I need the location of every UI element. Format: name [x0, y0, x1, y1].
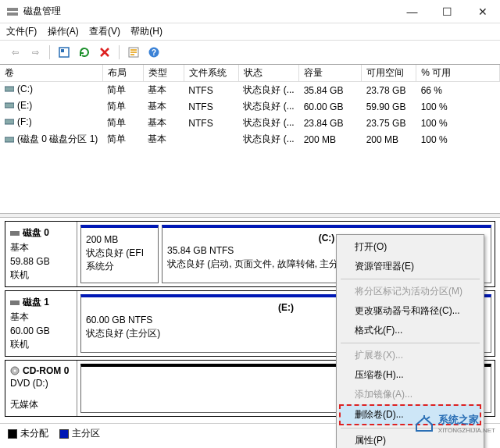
- minimize-button[interactable]: —: [395, 0, 430, 23]
- menu-view[interactable]: 查看(V): [89, 26, 120, 37]
- col-layout[interactable]: 布局: [102, 65, 143, 82]
- svg-rect-8: [5, 103, 14, 108]
- menu-open[interactable]: 打开(O): [339, 237, 481, 257]
- svg-point-14: [14, 370, 16, 372]
- menu-help[interactable]: 帮助(H): [130, 26, 162, 37]
- svg-rect-9: [5, 119, 14, 124]
- toolbar-icon-1[interactable]: [55, 44, 73, 61]
- svg-rect-12: [10, 300, 20, 305]
- menu-mirror: 添加镜像(A)...: [339, 385, 481, 404]
- maximize-button[interactable]: ☐: [430, 0, 465, 23]
- svg-rect-11: [10, 231, 20, 236]
- titlebar: 磁盘管理 — ☐ ✕: [0, 0, 500, 23]
- svg-rect-3: [61, 49, 64, 52]
- toolbar: ⇦ ⇨ ?: [0, 41, 500, 65]
- table-row[interactable]: (磁盘 0 磁盘分区 1)简单基本状态良好 (...200 MB200 MB10…: [0, 131, 500, 148]
- legend-unalloc: 未分配: [20, 428, 48, 439]
- menu-file[interactable]: 文件(F): [6, 26, 37, 37]
- disk-0-state: 联机: [10, 268, 72, 282]
- svg-rect-0: [7, 8, 18, 11]
- menu-explorer[interactable]: 资源管理器(E): [339, 257, 481, 276]
- menu-extend: 扩展卷(X)...: [339, 346, 481, 365]
- menu-format[interactable]: 格式化(F)...: [339, 321, 481, 340]
- col-free[interactable]: 可用空间: [362, 65, 416, 82]
- cdrom-state: 无媒体: [10, 398, 72, 411]
- svg-rect-7: [5, 87, 14, 91]
- properties-button[interactable]: [125, 44, 142, 61]
- svg-rect-10: [5, 137, 14, 142]
- close-button[interactable]: ✕: [465, 0, 500, 23]
- svg-rect-1: [7, 12, 18, 16]
- menubar: 文件(F) 操作(A) 查看(V) 帮助(H): [0, 23, 500, 41]
- app-icon: [6, 5, 19, 18]
- disk-1-type: 基本: [10, 311, 72, 324]
- delete-button[interactable]: [96, 44, 113, 61]
- back-button[interactable]: ⇦: [6, 44, 23, 61]
- menu-change-letter[interactable]: 更改驱动器号和路径(C)...: [339, 301, 481, 321]
- disk-0-type: 基本: [10, 241, 72, 254]
- forward-button[interactable]: ⇨: [27, 44, 44, 61]
- col-fs[interactable]: 文件系统: [184, 65, 238, 82]
- disk-1-label: 磁盘 1: [23, 296, 49, 309]
- col-status[interactable]: 状态: [238, 65, 298, 82]
- col-type[interactable]: 类型: [143, 65, 184, 82]
- col-capacity[interactable]: 容量: [299, 65, 362, 82]
- menu-action[interactable]: 操作(A): [48, 26, 79, 37]
- help-icon[interactable]: ?: [145, 44, 162, 61]
- legend-primary: 主分区: [72, 428, 100, 439]
- disk-0-label: 磁盘 0: [23, 226, 49, 240]
- table-row[interactable]: (C:)简单基本NTFS状态良好 (...35.84 GB23.78 GB66 …: [0, 82, 500, 99]
- refresh-button[interactable]: [76, 44, 93, 61]
- col-percent[interactable]: % 可用: [416, 65, 500, 82]
- legend-swatch-unalloc: [8, 429, 17, 439]
- menu-active: 将分区标记为活动分区(M): [339, 282, 481, 301]
- volume-list[interactable]: 卷 布局 类型 文件系统 状态 容量 可用空间 % 可用 (C:)简单基本NTF…: [0, 65, 500, 213]
- disk-1-state: 联机: [10, 338, 72, 351]
- col-volume[interactable]: 卷: [0, 65, 102, 82]
- svg-text:?: ?: [152, 48, 156, 57]
- table-row[interactable]: (E:)简单基本NTFS状态良好 (...60.00 GB59.90 GB100…: [0, 98, 500, 115]
- disk-0-size: 59.88 GB: [10, 256, 72, 267]
- window-title: 磁盘管理: [23, 5, 61, 18]
- legend-swatch-primary: [59, 429, 69, 439]
- watermark: 系统之家 XITONGZHIJIA.NET: [413, 413, 495, 434]
- disk-1-size: 60.00 GB: [10, 325, 72, 336]
- cdrom-label: CD-ROM 0: [23, 365, 69, 376]
- menu-shrink[interactable]: 压缩卷(H)...: [339, 365, 481, 385]
- cdrom-sub: DVD (D:): [10, 378, 72, 389]
- disk-0-partition-1[interactable]: 200 MB 状态良好 (EFI 系统分: [80, 225, 159, 283]
- table-row[interactable]: (F:)简单基本NTFS状态良好 (...23.84 GB23.75 GB100…: [0, 115, 500, 131]
